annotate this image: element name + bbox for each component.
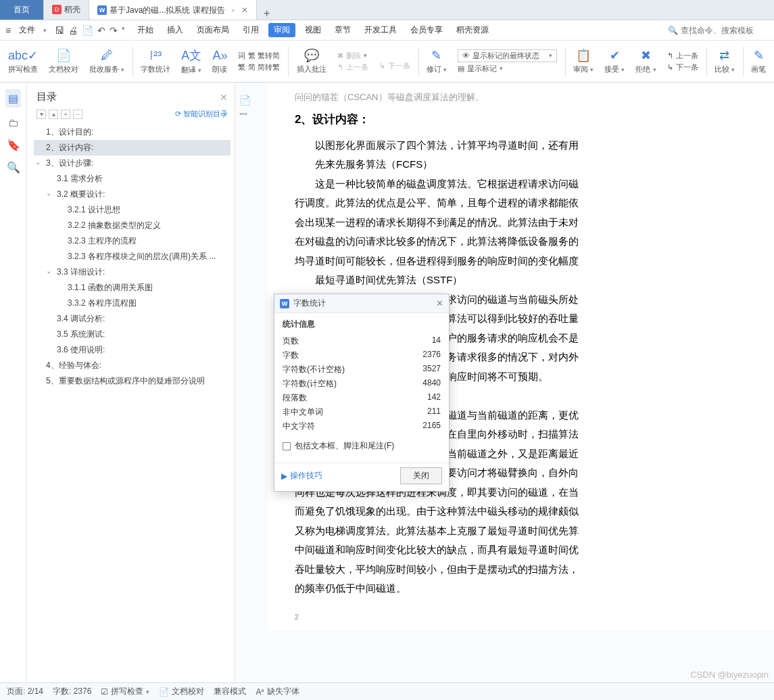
menu-devtools[interactable]: 开发工具 — [360, 23, 401, 37]
menu-vip[interactable]: 会员专享 — [406, 23, 447, 37]
ribbon-review2[interactable]: 📋审阅 ▾ — [569, 43, 598, 80]
ribbon-read[interactable]: A»朗读 — [208, 43, 231, 80]
outline-item[interactable]: 3.1.1 函数的调用关系图 — [34, 280, 231, 296]
ribbon-prev-comment[interactable]: ↰上一条 — [337, 62, 368, 72]
outline-item-label: 3.4 调试分析: — [57, 314, 105, 323]
outline-collapse-all-icon[interactable]: ▾ — [37, 110, 46, 119]
outline-item-label: 3.2.3 主程序的流程 — [68, 236, 137, 246]
gutter-doc-icon[interactable]: 📄 — [239, 95, 251, 106]
show-markup[interactable]: ▤显示标记 ▾ — [458, 64, 503, 74]
dialog-titlebar[interactable]: W字数统计 ✕ — [274, 294, 449, 313]
outline-smart-detect[interactable]: ⟳智能识别目录 — [175, 109, 228, 119]
dialog-close-icon[interactable]: ✕ — [436, 298, 443, 308]
qat-save-icon[interactable]: 🖫 — [55, 25, 64, 36]
track-icon: ✎ — [431, 48, 441, 63]
ribbon-spellcheck[interactable]: abc✓拼写检查 — [4, 43, 42, 80]
outline-expand-all-icon[interactable]: ▴ — [49, 110, 58, 119]
rail-tools-icon[interactable]: 🗀 — [8, 117, 19, 129]
qat-print-icon[interactable]: 🖨 — [68, 25, 78, 36]
menu-start[interactable]: 开始 — [133, 23, 158, 37]
outline-item[interactable]: 3.1 需求分析 — [34, 171, 231, 187]
stat-row: 字数2376 — [283, 348, 441, 363]
outline-item[interactable]: 4、经验与体会: — [34, 358, 231, 373]
tab-document[interactable]: W 基于Java的磁...拟系统 课程报告 ▫ ✕ — [89, 0, 257, 20]
ribbon-translate[interactable]: A文翻译 ▾ — [177, 43, 205, 80]
ribbon-fanjian[interactable]: 词繁 繁转简 繁简 简转繁 — [234, 43, 284, 80]
tab-daoke[interactable]: D稻壳 — [44, 0, 89, 20]
outline-item[interactable]: 3.4 调试分析: — [34, 311, 231, 327]
menu-daoke-res[interactable]: 稻壳资源 — [452, 23, 493, 37]
outline-item[interactable]: ⌄3.3 详细设计: — [34, 264, 231, 280]
include-textbox-checkbox[interactable]: 包括文本框、脚注和尾注(F) — [283, 440, 441, 452]
qat-chevron-icon[interactable]: ▾ — [122, 25, 125, 36]
markup-state-select[interactable]: 👁显示标记的最终状态 ▾ — [458, 49, 557, 62]
status-bar: 页面: 2/14 字数: 2376 ☑拼写检查▾ 📄文档校对 兼容模式 Aᵃ缺失… — [0, 682, 774, 700]
command-search-input[interactable] — [681, 26, 769, 35]
outline-close-icon[interactable]: ✕ — [220, 92, 228, 103]
dialog-close-button[interactable]: 关闭 — [400, 467, 442, 484]
status-doccheck[interactable]: 📄文档校对 — [159, 686, 204, 697]
approve-icon: 🖉 — [101, 49, 113, 63]
doc-para: 会出现某一进程的请求长期得不到满足的情况。此算法由于未对 — [295, 213, 774, 233]
ribbon-delete-comment[interactable]: ✖删除▾ — [337, 51, 367, 61]
ribbon-insert-comment[interactable]: 💬插入批注 — [293, 43, 331, 80]
menu-pagelayout[interactable]: 页面布局 — [193, 23, 233, 37]
ribbon-compare[interactable]: ⇄比较 ▾ — [710, 43, 739, 80]
outline-add-icon[interactable]: ＋ — [61, 110, 70, 119]
outline-item[interactable]: 3.5 系统测试: — [34, 327, 231, 342]
ribbon-track[interactable]: ✎修订 ▾ — [422, 43, 451, 80]
menu-view[interactable]: 视图 — [301, 23, 325, 37]
outline-item[interactable]: ⌄3、设计步骤: — [34, 156, 231, 171]
file-menu[interactable]: 文件 — [16, 24, 38, 36]
status-page[interactable]: 页面: 2/14 — [7, 686, 43, 697]
gutter-more-icon[interactable]: ••• — [239, 110, 251, 118]
outline-item[interactable]: 3.2.3 主程序的流程 — [34, 233, 231, 249]
outline-item[interactable]: 5、重要数据结构或源程序中的疑难部分说明 — [34, 373, 231, 389]
stat-row: 字符数(计空格)4840 — [283, 377, 441, 391]
tree-toggle-icon[interactable]: ⌄ — [46, 189, 51, 197]
tab-add-button[interactable]: + — [257, 7, 276, 20]
outline-item[interactable]: ⌄3.2 概要设计: — [34, 187, 231, 202]
rail-bookmark-icon[interactable]: 🔖 — [7, 139, 20, 151]
ribbon-approve[interactable]: 🖉批改服务 ▾ — [85, 43, 128, 80]
ribbon-next-comment[interactable]: ↳下一条 — [379, 61, 410, 71]
outline-item[interactable]: 1、设计目的: — [34, 124, 231, 140]
tab-window-icon[interactable]: ▫ — [232, 5, 235, 15]
qat-preview-icon[interactable]: 📄 — [82, 25, 93, 36]
outline-item[interactable]: 3.2.2 抽象数据类型的定义 — [34, 218, 231, 233]
rail-search-icon[interactable]: 🔍 — [7, 161, 20, 174]
menu-reference[interactable]: 引用 — [239, 23, 263, 37]
file-menu-chevron-icon[interactable]: ▾ — [43, 27, 47, 34]
outline-remove-icon[interactable]: － — [73, 110, 82, 119]
ribbon-prev-change[interactable]: ↰上一条 — [667, 51, 698, 61]
hamburger-icon[interactable]: ≡ — [5, 25, 11, 36]
tree-toggle-icon[interactable]: ⌄ — [35, 158, 41, 166]
status-words[interactable]: 字数: 2376 — [53, 686, 91, 697]
ribbon-wordcount[interactable]: ⁞²³字数统计 — [137, 43, 174, 80]
dialog-tips-link[interactable]: ▶操作技巧 — [281, 470, 322, 482]
outline-item[interactable]: 3.3.2 各程序流程图 — [34, 296, 231, 311]
menu-chapter[interactable]: 章节 — [331, 23, 355, 37]
daoke-icon: D — [52, 5, 62, 14]
tab-home[interactable]: 首页 — [0, 0, 44, 20]
ribbon-doccheck[interactable]: 📄文档校对 — [45, 43, 82, 80]
menu-review[interactable]: 审阅 — [268, 23, 295, 37]
outline-item[interactable]: 3.2.3 各程序模块之间的层次(调用)关系 ... — [34, 249, 231, 264]
menu-insert[interactable]: 插入 — [163, 23, 187, 37]
ribbon-accept[interactable]: ✔接受 ▾ — [600, 43, 629, 80]
tab-close-icon[interactable]: ✕ — [241, 5, 248, 15]
outline-item[interactable]: 3.2.1 设计思想 — [34, 202, 231, 218]
tree-toggle-icon[interactable]: ⌄ — [46, 267, 51, 275]
qat-redo-icon[interactable]: ↷ — [110, 25, 118, 36]
status-spellcheck[interactable]: ☑拼写检查▾ — [101, 686, 149, 697]
status-missing-font[interactable]: Aᵃ缺失字体 — [256, 686, 299, 697]
qat-undo-icon[interactable]: ↶ — [97, 25, 105, 36]
outline-item[interactable]: 3.6 使用说明: — [34, 342, 231, 358]
outline-item[interactable]: 2、设计内容: — [34, 140, 231, 156]
status-compat[interactable]: 兼容模式 — [214, 686, 246, 697]
ribbon-pen[interactable]: ✎画笔 — [747, 43, 770, 80]
command-search[interactable]: 🔍 — [668, 26, 769, 35]
rail-outline-icon[interactable]: ▤ — [5, 89, 21, 108]
ribbon-next-change[interactable]: ↳下一条 — [667, 62, 698, 72]
ribbon-reject[interactable]: ✖拒绝 ▾ — [631, 43, 660, 80]
